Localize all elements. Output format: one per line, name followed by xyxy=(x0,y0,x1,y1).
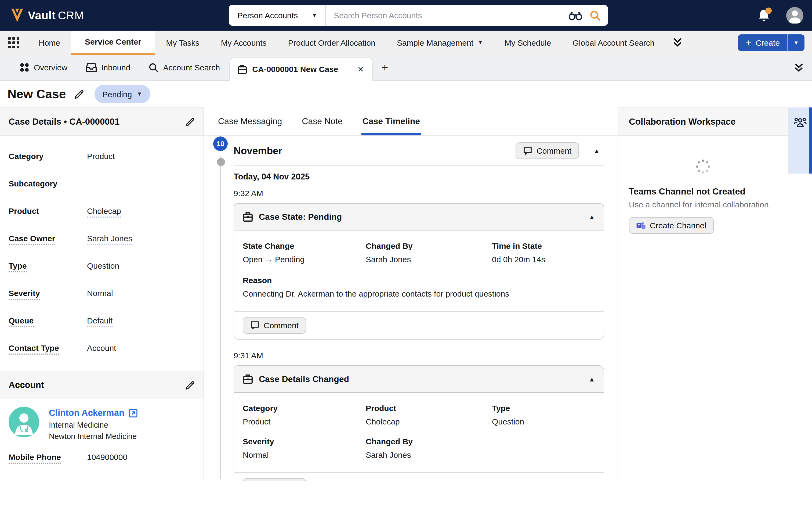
card-field: Product Cholecap xyxy=(366,404,492,426)
nav-item-service-center[interactable]: Service Center xyxy=(71,31,155,54)
tab-case-messaging[interactable]: Case Messaging xyxy=(212,108,288,135)
tab-case-note[interactable]: Case Note xyxy=(296,108,349,135)
card-field: Type Question xyxy=(492,404,595,426)
account-section-title: Account xyxy=(9,380,44,390)
card-title: Case Details Changed xyxy=(259,374,583,384)
card-field-label: Changed By xyxy=(366,241,492,250)
nav-overflow-chevrons-icon[interactable] xyxy=(665,31,689,54)
account-fields: Mobile Phone 104900000 Primary Email xyxy=(0,440,204,481)
nav-item-global-account-search[interactable]: Global Account Search xyxy=(562,31,665,54)
collapse-card-icon[interactable]: ▲ xyxy=(589,213,595,220)
top-bar-right xyxy=(757,0,803,31)
collapse-card-icon[interactable]: ▲ xyxy=(589,375,595,383)
tab-account-search[interactable]: Account Search xyxy=(140,55,229,80)
timeline-month-row: November Comment ▲ xyxy=(234,142,604,159)
vault-v-icon xyxy=(11,8,24,23)
search-scope-dropdown[interactable]: Person Accounts ▼ xyxy=(229,5,326,26)
status-badge: Pending xyxy=(102,89,132,98)
card-header[interactable]: Case Details Changed ▲ xyxy=(234,366,604,393)
card-field-label: Product xyxy=(366,404,492,413)
create-button[interactable]: + Create xyxy=(738,34,787,51)
page-title: New Case xyxy=(7,87,66,101)
tab-case-ca-0000001[interactable]: CA-0000001 New Case ✕ xyxy=(229,57,373,81)
timeline-card-case-state-pending: Case State: Pending ▲ State Change Open … xyxy=(234,203,604,340)
field-label: Product xyxy=(9,206,87,215)
field-mobile-phone: Mobile Phone 104900000 xyxy=(0,452,204,480)
account-name-link[interactable]: Clinton Ackerman xyxy=(49,408,137,418)
nav-item-home[interactable]: Home xyxy=(28,31,71,54)
create-dropdown-button[interactable]: ▼ xyxy=(787,34,805,51)
add-tab-button[interactable]: + xyxy=(373,55,397,80)
product-link[interactable]: Cholecap xyxy=(87,206,121,218)
chevron-down-icon: ▼ xyxy=(478,40,483,45)
close-tab-icon[interactable]: ✕ xyxy=(358,65,364,74)
entry-time: 9:32 AM xyxy=(234,188,604,198)
nav-item-my-accounts[interactable]: My Accounts xyxy=(210,31,277,54)
card-body: State Change Open → Pending Changed By S… xyxy=(234,230,604,311)
queue-link[interactable]: Default xyxy=(87,316,112,327)
reason-text: Connecting Dr. Ackerman to the appropria… xyxy=(243,289,595,298)
comment-bubble-icon xyxy=(523,146,532,155)
case-owner-link[interactable]: Sarah Jones xyxy=(87,234,132,245)
nav-item-sample-management[interactable]: Sample Management▼ xyxy=(386,31,494,54)
field-label: Queue xyxy=(9,316,34,327)
teams-channel-status-title: Teams Channel not Created xyxy=(629,186,777,197)
card-field-label: Category xyxy=(243,404,366,413)
timeline-month-badge: 10 xyxy=(213,136,228,151)
edit-account-pencil-icon[interactable] xyxy=(185,380,195,390)
card-footer: Comment xyxy=(234,311,604,339)
field-type: Type Question xyxy=(0,261,204,289)
notifications-bell-icon[interactable] xyxy=(757,8,771,22)
case-status-dropdown[interactable]: Pending ▼ xyxy=(94,85,150,103)
collapse-month-icon[interactable]: ▲ xyxy=(593,147,600,155)
tabstrip-overflow-chevrons-icon[interactable] xyxy=(794,55,803,80)
case-main-panel: Case Messaging Case Note Case Timeline 1… xyxy=(204,108,618,481)
card-field: Time in State 0d 0h 20m 14s xyxy=(492,241,595,264)
ms-teams-icon xyxy=(636,221,645,230)
briefcase-icon xyxy=(237,65,247,74)
field-contact-type: Contact Type Account xyxy=(0,343,204,371)
search-icons xyxy=(569,10,608,21)
field-severity: Severity Normal xyxy=(0,289,204,316)
search-input[interactable] xyxy=(326,11,569,20)
card-comment-button[interactable]: Comment xyxy=(243,478,306,481)
main-nav: Home Service Center My Tasks My Accounts… xyxy=(0,31,812,55)
field-label: Case Owner xyxy=(9,234,55,245)
app-launcher-icon[interactable] xyxy=(0,31,28,54)
tab-inbound[interactable]: Inbound xyxy=(77,55,139,80)
card-header[interactable]: Case State: Pending ▲ xyxy=(234,204,604,230)
rail-item-collaboration[interactable] xyxy=(788,108,812,174)
tab-overview[interactable]: Overview xyxy=(11,55,77,80)
nav-item-product-order-allocation[interactable]: Product Order Allocation xyxy=(277,31,386,54)
overview-grid-icon xyxy=(20,63,29,72)
timeline-card-case-details-changed: Case Details Changed ▲ Category Product … xyxy=(234,365,604,481)
account-info: Clinton Ackerman Internal Medicine Newto… xyxy=(49,407,137,440)
card-field-value: 0d 0h 20m 14s xyxy=(492,255,595,264)
collaboration-header: Collaboration Workspace xyxy=(618,108,788,136)
timeline-month-label: November xyxy=(234,145,282,157)
tab-case-timeline[interactable]: Case Timeline xyxy=(356,108,427,135)
card-field: State Change Open → Pending xyxy=(243,241,366,264)
edit-title-pencil-icon[interactable] xyxy=(74,89,84,99)
plus-icon: + xyxy=(746,38,751,48)
account-specialty: Internal Medicine xyxy=(49,421,137,429)
nav-item-my-tasks[interactable]: My Tasks xyxy=(155,31,210,54)
case-details-panel: Case Details • CA-0000001 Category Produ… xyxy=(0,108,204,481)
case-details-header: Case Details • CA-0000001 xyxy=(0,108,204,136)
card-field-value: Normal xyxy=(243,450,366,459)
binoculars-icon[interactable] xyxy=(569,10,582,20)
edit-case-details-pencil-icon[interactable] xyxy=(185,117,195,127)
user-avatar[interactable] xyxy=(786,7,803,24)
field-value: 104900000 xyxy=(87,452,127,462)
vault-crm-logo[interactable]: VaultCRM xyxy=(11,8,84,23)
collaboration-main: Collaboration Workspace xyxy=(618,108,788,481)
field-category: Category Product xyxy=(0,152,204,179)
brand-wordmark: VaultCRM xyxy=(28,9,84,22)
month-comment-button[interactable]: Comment xyxy=(515,142,579,159)
account-section-header: Account xyxy=(0,371,204,399)
card-comment-button[interactable]: Comment xyxy=(243,317,306,334)
search-icon[interactable] xyxy=(590,10,600,21)
create-channel-button[interactable]: Create Channel xyxy=(629,217,714,234)
card-field-label: State Change xyxy=(243,241,366,250)
nav-item-my-schedule[interactable]: My Schedule xyxy=(494,31,562,54)
